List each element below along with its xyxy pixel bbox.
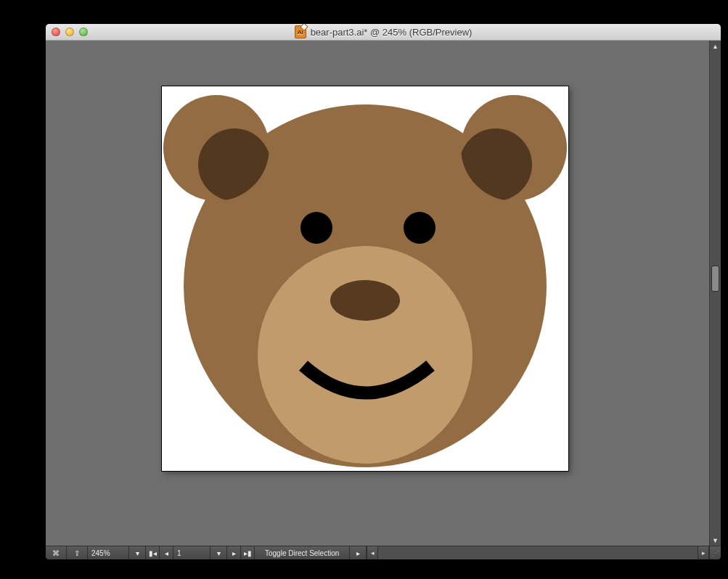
minimize-window-button[interactable]: [65, 28, 74, 36]
next-artboard-button[interactable]: ▸: [227, 546, 241, 559]
bear-eye-left: [300, 212, 332, 244]
status-bar: ⌘ ⇪ 245% ▾ ▮◂ ◂ 1 ▾ ▸ ▸▮ Toggle Direct S: [46, 546, 721, 559]
horizontal-scrollbar[interactable]: [378, 546, 698, 559]
canvas-area[interactable]: [46, 41, 709, 546]
window-controls: [52, 28, 88, 36]
bear-eye-right: [404, 212, 435, 244]
zoom-input[interactable]: 245%: [88, 546, 129, 559]
share-button[interactable]: ⇪: [67, 546, 88, 559]
last-artboard-button[interactable]: ▸▮: [241, 546, 255, 559]
share-icon: ⇪: [74, 549, 80, 557]
document-window: Ai bear-part3.ai* @ 245% (RGB/Preview): [45, 23, 721, 560]
artboard[interactable]: [162, 86, 568, 471]
artboard-number-value: 1: [177, 549, 181, 557]
scroll-right-arrow-icon[interactable]: ▸: [698, 546, 709, 559]
last-icon: ▸▮: [244, 549, 252, 557]
scroll-left-arrow-icon[interactable]: ◂: [367, 546, 378, 559]
titlebar[interactable]: Ai bear-part3.ai* @ 245% (RGB/Preview): [46, 24, 721, 41]
document-body: ▲ ▼: [46, 41, 721, 546]
first-artboard-button[interactable]: ▮◂: [146, 546, 160, 559]
first-icon: ▮◂: [149, 549, 157, 557]
next-icon: ▸: [232, 549, 236, 557]
link-icon: ⌘: [52, 549, 60, 557]
tool-hint-text: Toggle Direct Selection: [265, 549, 339, 557]
horizontal-scroll-track[interactable]: [378, 546, 698, 559]
chevron-down-icon: ▾: [136, 549, 139, 557]
vertical-scroll-thumb[interactable]: [711, 266, 719, 292]
zoom-value: 245%: [91, 549, 110, 557]
window-resize-grip[interactable]: ⋰: [709, 546, 721, 559]
ai-file-icon: Ai: [295, 25, 306, 38]
scroll-down-arrow-icon[interactable]: ▼: [710, 535, 721, 546]
menu-arrow-icon: ▸: [356, 549, 360, 557]
zoom-dropdown[interactable]: ▾: [129, 546, 146, 559]
scroll-up-arrow-icon[interactable]: ▲: [710, 41, 721, 52]
zoom-window-button[interactable]: [79, 28, 88, 36]
vertical-scrollbar[interactable]: ▲ ▼: [709, 41, 721, 546]
close-window-button[interactable]: [52, 28, 60, 36]
status-flyout-button[interactable]: ▸: [350, 546, 367, 559]
window-title: Ai bear-part3.ai* @ 245% (RGB/Preview): [46, 25, 721, 38]
bear-nose: [330, 280, 400, 321]
artboard-dropdown[interactable]: ▾: [210, 546, 227, 559]
bear-illustration: [162, 86, 568, 471]
artboard-number-input[interactable]: 1: [173, 546, 210, 559]
prev-icon: ◂: [165, 549, 168, 557]
gpu-preview-button[interactable]: ⌘: [46, 546, 67, 559]
bear-muzzle: [258, 246, 473, 464]
resize-grip-icon: ⋰: [712, 549, 719, 557]
window-title-text: bear-part3.ai* @ 245% (RGB/Preview): [311, 27, 473, 38]
prev-artboard-button[interactable]: ◂: [160, 546, 173, 559]
tool-hint: Toggle Direct Selection: [255, 546, 350, 559]
chevron-down-icon: ▾: [217, 549, 221, 557]
